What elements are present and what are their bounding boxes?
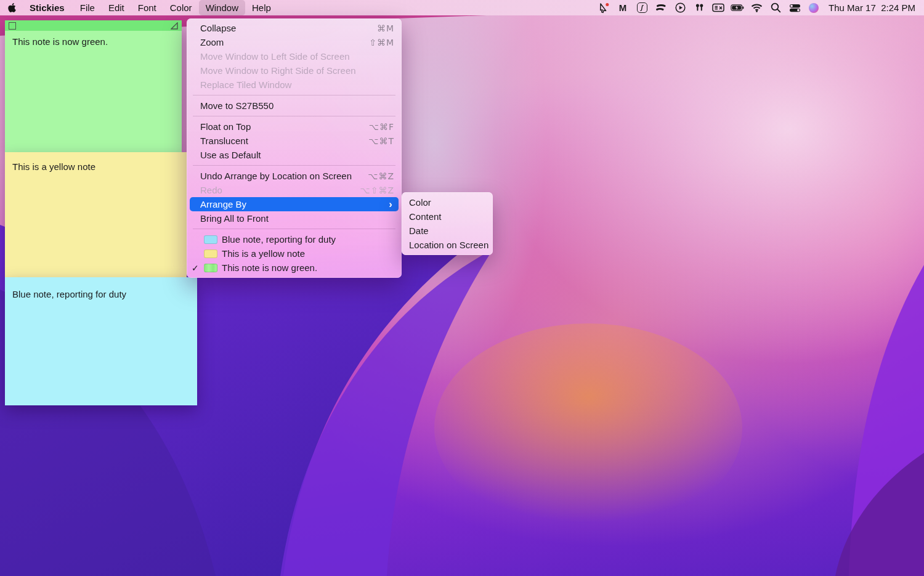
app-menu-stickies[interactable]: Stickies: [23, 2, 71, 13]
arrange-by-submenu: Color Content Date Location on Screen: [402, 192, 493, 255]
menu-item-label: This is a yellow note: [222, 248, 305, 259]
menubar-item-font[interactable]: Font: [131, 0, 163, 15]
menubar-item-window[interactable]: Window: [199, 0, 245, 15]
menu-item-undo-arrange[interactable]: Undo Arrange by Location on Screen ⌥⌘Z: [187, 169, 402, 183]
menu-item-move-window-right: Move Window to Right Side of Screen: [187, 63, 402, 78]
menubar-item-edit[interactable]: Edit: [102, 0, 131, 15]
menu-item-shortcut: ⌥⌘Z: [368, 171, 394, 181]
menu-item-arrange-by[interactable]: Arrange By ›: [190, 197, 399, 211]
menu-item-move-to-display[interactable]: Move to S27B550: [187, 99, 402, 113]
menu-item-label: Use as Default: [200, 150, 261, 160]
menu-item-label: Translucent: [200, 136, 248, 146]
sticky-note-yellow[interactable]: This is a yellow note: [5, 152, 187, 277]
menu-item-label: Move Window to Left Side of Screen: [200, 51, 350, 62]
menubar-clock[interactable]: Thu Mar 17 2:24 PM: [826, 2, 915, 13]
submenu-item-label: Location on Screen: [409, 240, 488, 250]
menu-separator: [193, 95, 395, 95]
menu-item-use-as-default[interactable]: Use as Default: [187, 148, 402, 162]
resize-triangle-icon[interactable]: [171, 22, 178, 30]
menubar-item-file[interactable]: File: [73, 0, 102, 15]
menu-item-label: Arrange By: [200, 199, 246, 209]
note-text: Blue note, reporting for duty: [5, 277, 197, 299]
submenu-item-label: Content: [409, 211, 442, 222]
menu-item-label: Collapse: [200, 23, 236, 33]
desktop: This note is now green. This is a yellow…: [0, 0, 924, 576]
menu-item-move-window-left: Move Window to Left Side of Screen: [187, 49, 402, 63]
menu-item-label: Bring All to Front: [200, 213, 269, 224]
menu-item-label: This note is now green.: [222, 262, 317, 273]
menu-item-zoom[interactable]: Zoom ⇧⌘M: [187, 35, 402, 49]
submenu-item-label: Color: [409, 197, 431, 208]
menu-item-float-on-top[interactable]: Float on Top ⌥⌘F: [187, 120, 402, 134]
menu-item-translucent[interactable]: Translucent ⌥⌘T: [187, 134, 402, 148]
menu-item-collapse[interactable]: Collapse ⌘M: [187, 21, 402, 35]
note-color-swatch: [204, 249, 217, 258]
siri-icon[interactable]: [807, 1, 821, 15]
note-text: This is a yellow note: [5, 152, 187, 172]
submenu-item-color[interactable]: Color: [402, 195, 493, 209]
menu-item-label: Undo Arrange by Location on Screen: [200, 171, 352, 181]
menu-item-bring-all-to-front[interactable]: Bring All to Front: [187, 211, 402, 225]
note-color-swatch: [204, 235, 217, 244]
menu-bar: Stickies File Edit Font Color Window Hel…: [0, 0, 924, 15]
menu-item-note-blue[interactable]: Blue note, reporting for duty: [187, 232, 402, 246]
apple-menu[interactable]: [0, 0, 23, 15]
menu-item-label: Zoom: [200, 37, 224, 47]
wifi-icon[interactable]: [750, 1, 763, 15]
submenu-item-content[interactable]: Content: [402, 209, 493, 224]
apple-logo-icon: [7, 2, 17, 13]
menu-item-shortcut: ⌥⌘F: [369, 122, 394, 132]
close-box-icon[interactable]: [9, 22, 16, 30]
submenu-item-location-on-screen[interactable]: Location on Screen: [402, 238, 493, 252]
menu-separator: [193, 229, 395, 229]
menu-item-label: Blue note, reporting for duty: [222, 234, 336, 245]
pointer-icon[interactable]: [597, 1, 610, 15]
menu-separator: [193, 165, 395, 166]
menu-item-note-yellow[interactable]: This is a yellow note: [187, 246, 402, 261]
search-icon[interactable]: [769, 1, 782, 15]
m-shield-icon[interactable]: M: [616, 1, 630, 15]
menubar-item-color[interactable]: Color: [163, 0, 199, 15]
squiggle-app-icon[interactable]: ʃ: [635, 1, 649, 15]
input-source-icon[interactable]: [711, 1, 725, 15]
menu-item-label: Float on Top: [200, 121, 251, 132]
menu-item-label: Move to S27B550: [200, 100, 274, 111]
control-center-icon[interactable]: [788, 1, 801, 15]
menu-item-shortcut: ⌥⌘T: [368, 136, 394, 146]
menu-item-note-green[interactable]: ✓ This note is now green.: [187, 261, 402, 275]
menu-item-replace-tiled-window: Replace Tiled Window: [187, 78, 402, 92]
submenu-item-date[interactable]: Date: [402, 224, 493, 238]
note-titlebar[interactable]: [5, 20, 182, 31]
airpods-icon[interactable]: [692, 1, 706, 15]
vpn-icon[interactable]: [654, 1, 668, 15]
menubar-item-help[interactable]: Help: [245, 0, 278, 15]
play-circle-icon[interactable]: [673, 1, 687, 15]
menu-separator: [193, 116, 395, 116]
battery-charging-icon[interactable]: [731, 1, 744, 15]
window-menu-dropdown: Collapse ⌘M Zoom ⇧⌘M Move Window to Left…: [187, 18, 402, 278]
sticky-note-blue[interactable]: Blue note, reporting for duty: [5, 277, 197, 405]
submenu-chevron-icon: ›: [389, 199, 392, 209]
note-color-swatch: [204, 264, 217, 272]
note-text: This note is now green.: [5, 31, 182, 47]
submenu-item-label: Date: [409, 225, 429, 236]
menu-item-shortcut: ⌘M: [377, 23, 394, 33]
menu-item-shortcut: ⌥⇧⌘Z: [360, 185, 394, 195]
menu-item-redo: Redo ⌥⇧⌘Z: [187, 183, 402, 197]
menu-item-label: Redo: [200, 185, 222, 195]
checkmark-icon: ✓: [192, 263, 201, 273]
menu-item-label: Move Window to Right Side of Screen: [200, 65, 356, 76]
menu-item-label: Replace Tiled Window: [200, 79, 291, 90]
sticky-note-green[interactable]: This note is now green.: [5, 20, 182, 152]
menu-item-shortcut: ⇧⌘M: [369, 38, 394, 47]
